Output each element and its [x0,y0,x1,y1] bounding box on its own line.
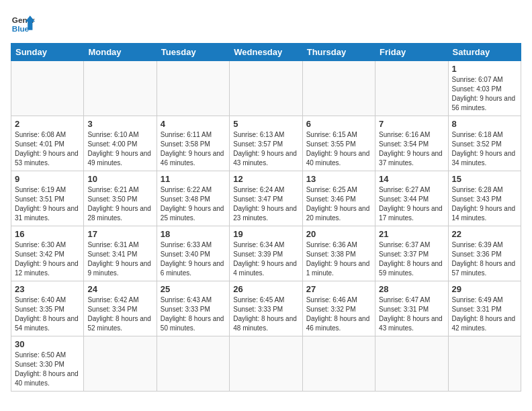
day-cell: 23Sunrise: 6:40 AM Sunset: 3:35 PM Dayli… [11,281,84,336]
day-cell [157,61,229,116]
day-number: 4 [161,119,226,129]
day-cell [84,336,157,392]
day-cell: 19Sunrise: 6:34 AM Sunset: 3:39 PM Dayli… [230,226,302,281]
day-number: 20 [306,229,371,239]
day-number: 21 [379,229,444,239]
day-info: Sunrise: 6:43 AM Sunset: 3:33 PM Dayligh… [161,295,226,333]
week-row-1: 1Sunrise: 6:07 AM Sunset: 4:03 PM Daylig… [11,61,521,116]
week-row-5: 23Sunrise: 6:40 AM Sunset: 3:35 PM Dayli… [11,281,521,336]
day-header-sunday: Sunday [11,44,84,61]
day-cell: 25Sunrise: 6:43 AM Sunset: 3:33 PM Dayli… [157,281,229,336]
day-info: Sunrise: 6:46 AM Sunset: 3:32 PM Dayligh… [306,295,371,333]
day-info: Sunrise: 6:28 AM Sunset: 3:43 PM Dayligh… [452,185,517,223]
day-cell: 27Sunrise: 6:46 AM Sunset: 3:32 PM Dayli… [302,281,375,336]
day-number: 28 [379,284,444,294]
day-cell [448,336,521,392]
page-header: General Blue [11,11,521,35]
logo: General Blue [11,11,43,35]
day-number: 11 [161,174,226,184]
day-info: Sunrise: 6:37 AM Sunset: 3:37 PM Dayligh… [379,240,444,278]
day-info: Sunrise: 6:39 AM Sunset: 3:36 PM Dayligh… [452,240,517,278]
day-info: Sunrise: 6:45 AM Sunset: 3:33 PM Dayligh… [233,295,298,333]
day-info: Sunrise: 6:16 AM Sunset: 3:54 PM Dayligh… [379,130,444,168]
week-row-2: 2Sunrise: 6:08 AM Sunset: 4:01 PM Daylig… [11,116,521,171]
day-cell: 18Sunrise: 6:33 AM Sunset: 3:40 PM Dayli… [157,226,229,281]
day-cell: 4Sunrise: 6:11 AM Sunset: 3:58 PM Daylig… [157,116,229,171]
day-info: Sunrise: 6:36 AM Sunset: 3:38 PM Dayligh… [306,240,371,278]
day-info: Sunrise: 6:47 AM Sunset: 3:31 PM Dayligh… [379,295,444,333]
day-number: 1 [452,64,517,74]
day-info: Sunrise: 6:19 AM Sunset: 3:51 PM Dayligh… [15,185,80,223]
day-cell: 30Sunrise: 6:50 AM Sunset: 3:30 PM Dayli… [11,336,84,392]
logo-icon: General Blue [11,11,35,35]
day-number: 12 [233,174,298,184]
day-number: 3 [87,119,152,129]
day-cell: 24Sunrise: 6:42 AM Sunset: 3:34 PM Dayli… [84,281,157,336]
day-info: Sunrise: 6:11 AM Sunset: 3:58 PM Dayligh… [161,130,226,168]
day-info: Sunrise: 6:25 AM Sunset: 3:46 PM Dayligh… [306,185,371,223]
day-number: 24 [87,284,152,294]
day-cell: 28Sunrise: 6:47 AM Sunset: 3:31 PM Dayli… [375,281,448,336]
day-info: Sunrise: 6:10 AM Sunset: 4:00 PM Dayligh… [87,130,152,168]
week-row-3: 9Sunrise: 6:19 AM Sunset: 3:51 PM Daylig… [11,171,521,226]
day-number: 22 [452,229,517,239]
day-cell: 15Sunrise: 6:28 AM Sunset: 3:43 PM Dayli… [448,171,521,226]
day-header-wednesday: Wednesday [230,44,302,61]
day-header-tuesday: Tuesday [157,44,229,61]
day-cell: 16Sunrise: 6:30 AM Sunset: 3:42 PM Dayli… [11,226,84,281]
day-info: Sunrise: 6:34 AM Sunset: 3:39 PM Dayligh… [233,240,298,278]
day-cell: 7Sunrise: 6:16 AM Sunset: 3:54 PM Daylig… [375,116,448,171]
day-cell: 26Sunrise: 6:45 AM Sunset: 3:33 PM Dayli… [230,281,302,336]
day-info: Sunrise: 6:08 AM Sunset: 4:01 PM Dayligh… [15,130,80,168]
day-cell: 6Sunrise: 6:15 AM Sunset: 3:55 PM Daylig… [302,116,375,171]
day-info: Sunrise: 6:15 AM Sunset: 3:55 PM Dayligh… [306,130,371,168]
calendar-table: SundayMondayTuesdayWednesdayThursdayFrid… [11,43,521,392]
day-info: Sunrise: 6:40 AM Sunset: 3:35 PM Dayligh… [15,295,80,333]
week-row-4: 16Sunrise: 6:30 AM Sunset: 3:42 PM Dayli… [11,226,521,281]
day-info: Sunrise: 6:42 AM Sunset: 3:34 PM Dayligh… [87,295,152,333]
day-info: Sunrise: 6:24 AM Sunset: 3:47 PM Dayligh… [233,185,298,223]
day-cell: 29Sunrise: 6:49 AM Sunset: 3:31 PM Dayli… [448,281,521,336]
day-cell [84,61,157,116]
day-number: 26 [233,284,298,294]
day-number: 18 [161,229,226,239]
day-number: 23 [15,284,80,294]
day-cell [11,61,84,116]
day-cell: 14Sunrise: 6:27 AM Sunset: 3:44 PM Dayli… [375,171,448,226]
day-number: 10 [87,174,152,184]
day-number: 7 [379,119,444,129]
day-cell: 22Sunrise: 6:39 AM Sunset: 3:36 PM Dayli… [448,226,521,281]
day-cell [230,61,302,116]
day-cell: 17Sunrise: 6:31 AM Sunset: 3:41 PM Dayli… [84,226,157,281]
day-cell: 2Sunrise: 6:08 AM Sunset: 4:01 PM Daylig… [11,116,84,171]
day-cell [230,336,302,392]
day-number: 6 [306,119,371,129]
day-number: 16 [15,229,80,239]
day-number: 25 [161,284,226,294]
day-number: 15 [452,174,517,184]
day-number: 17 [87,229,152,239]
day-cell: 11Sunrise: 6:22 AM Sunset: 3:48 PM Dayli… [157,171,229,226]
day-info: Sunrise: 6:22 AM Sunset: 3:48 PM Dayligh… [161,185,226,223]
day-info: Sunrise: 6:13 AM Sunset: 3:57 PM Dayligh… [233,130,298,168]
day-info: Sunrise: 6:18 AM Sunset: 3:52 PM Dayligh… [452,130,517,168]
day-info: Sunrise: 6:31 AM Sunset: 3:41 PM Dayligh… [87,240,152,278]
day-header-friday: Friday [375,44,448,61]
day-cell: 20Sunrise: 6:36 AM Sunset: 3:38 PM Dayli… [302,226,375,281]
day-cell: 8Sunrise: 6:18 AM Sunset: 3:52 PM Daylig… [448,116,521,171]
svg-text:Blue: Blue [12,24,30,33]
day-number: 9 [15,174,80,184]
day-number: 27 [306,284,371,294]
day-cell: 21Sunrise: 6:37 AM Sunset: 3:37 PM Dayli… [375,226,448,281]
day-number: 2 [15,119,80,129]
day-info: Sunrise: 6:33 AM Sunset: 3:40 PM Dayligh… [161,240,226,278]
day-number: 5 [233,119,298,129]
day-header-saturday: Saturday [448,44,521,61]
day-cell: 12Sunrise: 6:24 AM Sunset: 3:47 PM Dayli… [230,171,302,226]
day-info: Sunrise: 6:50 AM Sunset: 3:30 PM Dayligh… [15,351,80,388]
day-header-monday: Monday [84,44,157,61]
day-info: Sunrise: 6:27 AM Sunset: 3:44 PM Dayligh… [379,185,444,223]
day-cell [302,336,375,392]
day-info: Sunrise: 6:30 AM Sunset: 3:42 PM Dayligh… [15,240,80,278]
day-cell: 1Sunrise: 6:07 AM Sunset: 4:03 PM Daylig… [448,61,521,116]
